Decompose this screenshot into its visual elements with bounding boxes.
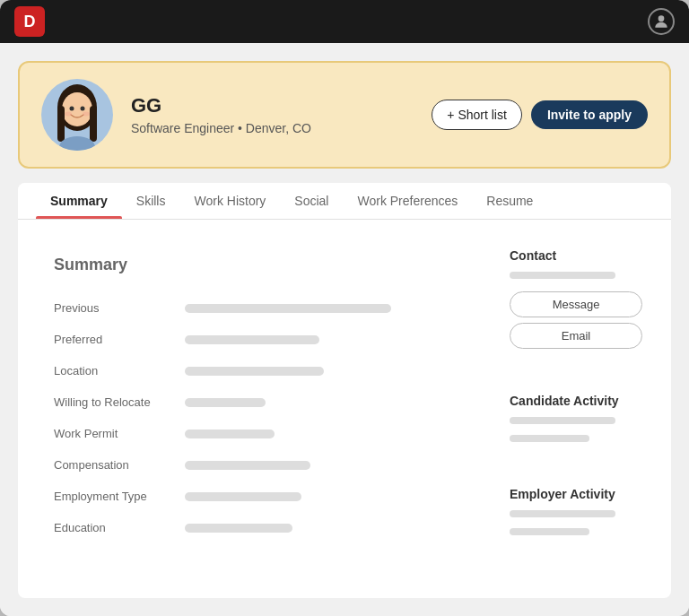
svg-point-0 [658, 15, 665, 22]
shortlist-button[interactable]: + Short list [432, 100, 522, 130]
summary-label-compensation: Compensation [54, 458, 170, 472]
summary-row-relocate: Willing to Relocate [54, 386, 459, 418]
profile-subtitle: Software Engineer • Denver, CO [131, 121, 414, 135]
app-logo: D [14, 6, 45, 37]
employer-activity-bar-1 [510, 510, 615, 517]
browser-toolbar: D [0, 0, 689, 43]
summary-value-education [185, 524, 292, 533]
summary-value-relocate [185, 398, 266, 407]
summary-row-compensation: Compensation [54, 449, 459, 481]
summary-section-title: Summary [54, 256, 459, 274]
user-icon[interactable] [648, 8, 675, 35]
tab-skills[interactable]: Skills [122, 183, 180, 219]
tabs-and-content: Summary Skills Work History Social Work … [18, 183, 671, 598]
summary-row-education: Education [54, 512, 459, 543]
svg-rect-4 [90, 106, 97, 142]
candidate-activity-bar-1 [510, 417, 615, 424]
candidate-activity-card: Candidate Activity [495, 379, 657, 462]
tab-work-history[interactable]: Work History [179, 183, 280, 219]
employer-activity-bar-2 [510, 528, 589, 535]
candidate-activity-bar-2 [510, 435, 589, 442]
summary-label-preferred: Preferred [54, 333, 170, 346]
tab-summary[interactable]: Summary [36, 183, 122, 219]
summary-value-previous [185, 304, 391, 313]
svg-point-9 [83, 112, 90, 117]
summary-value-compensation [185, 461, 310, 470]
browser-frame: D [0, 0, 689, 616]
summary-label-employment: Employment Type [54, 490, 170, 503]
avatar [41, 79, 113, 151]
employer-activity-card: Employer Activity [495, 473, 657, 555]
summary-label-education: Education [54, 521, 170, 534]
summary-label-permit: Work Permit [54, 427, 170, 440]
page-content: GG Software Engineer • Denver, CO + Shor… [0, 43, 689, 616]
tabs-bar: Summary Skills Work History Social Work … [18, 183, 671, 220]
svg-point-2 [62, 92, 92, 126]
summary-row-preferred: Preferred [54, 324, 459, 355]
contact-placeholder-1 [510, 272, 615, 279]
contact-title: Contact [510, 248, 642, 263]
summary-label-location: Location [54, 364, 170, 377]
svg-point-8 [65, 112, 72, 117]
message-button[interactable]: Message [510, 291, 642, 317]
profile-actions: + Short list Invite to apply [432, 100, 648, 130]
profile-name: GG [131, 94, 414, 117]
tab-resume[interactable]: Resume [472, 183, 547, 219]
summary-row-permit: Work Permit [54, 418, 459, 449]
svg-point-6 [70, 107, 74, 111]
tab-social[interactable]: Social [280, 183, 343, 219]
tab-work-preferences[interactable]: Work Preferences [343, 183, 472, 219]
summary-label-previous: Previous [54, 301, 170, 315]
tabs-content-body: Summary Previous Preferred Location [18, 220, 671, 598]
summary-value-preferred [185, 335, 319, 344]
summary-label-relocate: Willing to Relocate [54, 395, 170, 409]
employer-activity-title: Employer Activity [510, 487, 642, 501]
summary-value-employment [185, 492, 301, 501]
summary-row-employment: Employment Type [54, 481, 459, 512]
candidate-activity-title: Candidate Activity [510, 394, 642, 408]
summary-row-location: Location [54, 355, 459, 386]
invite-button[interactable]: Invite to apply [531, 100, 648, 129]
summary-value-permit [185, 429, 275, 438]
summary-row-previous: Previous [54, 292, 459, 324]
email-button[interactable]: Email [510, 323, 642, 349]
summary-panel: Summary Previous Preferred Location [32, 234, 481, 584]
contact-card: Contact Message Email [495, 234, 657, 369]
svg-rect-3 [57, 106, 65, 142]
summary-value-location [185, 367, 324, 376]
svg-point-7 [81, 107, 85, 111]
svg-point-5 [59, 136, 95, 151]
profile-info: GG Software Engineer • Denver, CO [131, 94, 414, 135]
right-panel: Contact Message Email Candidate Activity [495, 234, 657, 584]
profile-card: GG Software Engineer • Denver, CO + Shor… [18, 61, 671, 169]
